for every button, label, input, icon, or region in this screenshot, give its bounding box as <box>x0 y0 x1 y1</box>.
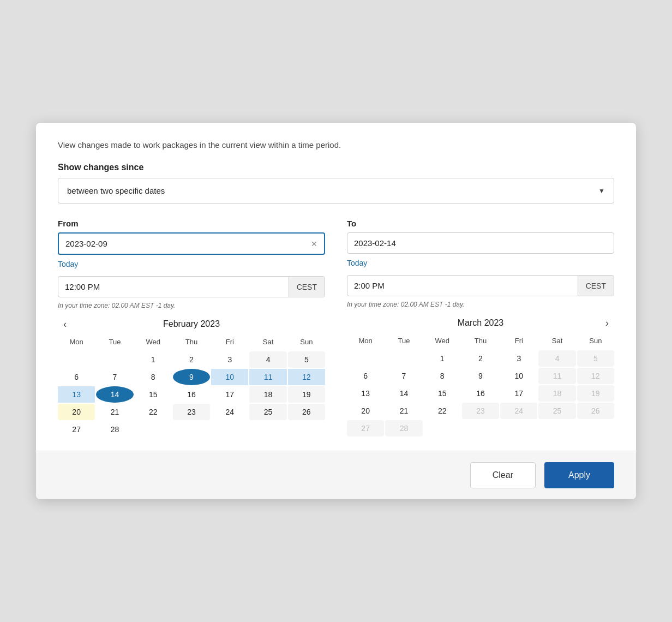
from-cal-grid: Mon Tue Wed Thu Fri Sat Sun 1 2 3 4 <box>58 336 325 438</box>
cal-day-2[interactable]: 2 <box>173 351 210 368</box>
to-date-input-wrap[interactable] <box>347 232 614 254</box>
cal-day-17[interactable]: 17 <box>211 386 248 403</box>
to-today-link[interactable]: Today <box>347 259 367 267</box>
cal-empty <box>347 350 384 367</box>
cal-header-sun: Sun <box>577 334 614 349</box>
from-time-input[interactable] <box>58 277 289 297</box>
to-column: To Today CEST In your time zone: 02.00 A… <box>347 219 614 438</box>
cal-header-thu: Thu <box>173 336 210 350</box>
cal-empty <box>500 420 537 436</box>
cal-day-8[interactable]: 8 <box>424 368 461 384</box>
cal-day-9[interactable]: 9 <box>462 368 499 384</box>
cal-day-28: 28 <box>385 420 422 436</box>
to-timezone-badge: CEST <box>578 276 614 296</box>
to-month-year: March 2023 <box>458 318 504 328</box>
cal-day-8[interactable]: 8 <box>135 369 172 385</box>
apply-button[interactable]: Apply <box>544 462 614 488</box>
from-clear-icon[interactable]: ✕ <box>311 240 317 248</box>
period-dropdown[interactable]: between two specific dates ▼ <box>58 178 614 204</box>
cal-day-20[interactable]: 20 <box>347 403 384 419</box>
cal-day-17[interactable]: 17 <box>500 385 537 402</box>
cal-empty <box>538 420 575 436</box>
from-date-input-wrap[interactable]: ✕ <box>58 232 325 255</box>
cal-empty <box>577 420 614 436</box>
cal-day-13[interactable]: 13 <box>58 386 95 403</box>
cal-day-9[interactable]: 9 <box>173 369 210 385</box>
cal-day-23[interactable]: 23 <box>173 404 210 420</box>
cal-day-18[interactable]: 18 <box>249 386 286 403</box>
cal-day-11[interactable]: 11 <box>249 369 286 385</box>
cal-day-7[interactable]: 7 <box>385 368 422 384</box>
cal-day-3[interactable]: 3 <box>211 351 248 368</box>
cal-day-10[interactable]: 10 <box>500 368 537 384</box>
cal-day-4[interactable]: 4 <box>249 351 286 368</box>
cal-day-14[interactable]: 14 <box>385 385 422 402</box>
to-cal-grid: Mon Tue Wed Thu Fri Sat Sun 1 2 3 4 <box>347 334 614 436</box>
cal-day-1[interactable]: 1 <box>135 351 172 368</box>
to-time-input[interactable] <box>347 276 578 296</box>
cal-day-2[interactable]: 2 <box>462 350 499 367</box>
cal-day-23: 23 <box>462 403 499 419</box>
cal-day-26: 26 <box>577 403 614 419</box>
cal-day-20[interactable]: 20 <box>58 404 95 420</box>
cal-empty <box>462 420 499 436</box>
prev-month-button[interactable]: ‹ <box>58 318 72 331</box>
cal-day-7[interactable]: 7 <box>96 369 133 385</box>
cal-empty <box>135 421 172 438</box>
cal-day-25[interactable]: 25 <box>249 404 286 420</box>
cal-header-mon: Mon <box>347 334 384 349</box>
to-calendar: March 2023 › Mon Tue Wed Thu Fri Sat Sun <box>347 318 614 436</box>
clear-button[interactable]: Clear <box>470 462 536 488</box>
from-today-link[interactable]: Today <box>58 260 78 268</box>
cal-day-21[interactable]: 21 <box>385 403 422 419</box>
cal-empty <box>58 351 95 368</box>
cal-day-19[interactable]: 19 <box>288 386 325 403</box>
cal-header-sat: Sat <box>538 334 575 349</box>
cal-day-15[interactable]: 15 <box>135 386 172 403</box>
cal-day-16[interactable]: 16 <box>173 386 210 403</box>
to-date-input[interactable] <box>354 238 607 248</box>
cal-empty <box>211 421 248 438</box>
cal-day-1[interactable]: 1 <box>424 350 461 367</box>
cal-day-22[interactable]: 22 <box>424 403 461 419</box>
cal-header-thu: Thu <box>462 334 499 349</box>
cal-day-27[interactable]: 27 <box>58 421 95 438</box>
from-date-input[interactable] <box>65 239 311 248</box>
cal-day-14[interactable]: 14 <box>96 386 133 403</box>
cal-day-6[interactable]: 6 <box>58 369 95 385</box>
cal-day-26[interactable]: 26 <box>288 404 325 420</box>
to-timezone-note: In your time zone: 02.00 AM EST -1 day. <box>347 301 614 308</box>
cal-day-13[interactable]: 13 <box>347 385 384 402</box>
cal-empty <box>249 421 286 438</box>
cal-day-16[interactable]: 16 <box>462 385 499 402</box>
dropdown-value: between two specific dates <box>67 186 165 195</box>
cal-day-3[interactable]: 3 <box>500 350 537 367</box>
cal-empty <box>173 421 210 438</box>
from-calendar: ‹ February 2023 Mon Tue Wed Thu Fri Sat … <box>58 319 325 438</box>
cal-header-wed: Wed <box>135 336 172 350</box>
dialog-footer: Clear Apply <box>36 451 636 499</box>
cal-header-fri: Fri <box>211 336 248 350</box>
cal-day-5[interactable]: 5 <box>288 351 325 368</box>
cal-day-12: 12 <box>577 368 614 384</box>
cal-header-sat: Sat <box>249 336 286 350</box>
cal-day-28[interactable]: 28 <box>96 421 133 438</box>
from-timezone-badge: CEST <box>289 277 325 297</box>
date-pickers-container: From ✕ Today CEST In your time zone: 02.… <box>58 219 614 438</box>
cal-day-22[interactable]: 22 <box>135 404 172 420</box>
from-label: From <box>58 219 325 228</box>
from-month-year: February 2023 <box>163 319 220 329</box>
cal-day-10[interactable]: 10 <box>211 369 248 385</box>
cal-day-4: 4 <box>538 350 575 367</box>
to-cal-header: March 2023 › <box>347 318 614 328</box>
cal-day-6[interactable]: 6 <box>347 368 384 384</box>
cal-day-24[interactable]: 24 <box>211 404 248 420</box>
cal-day-21[interactable]: 21 <box>96 404 133 420</box>
cal-empty <box>288 421 325 438</box>
dialog-body: View changes made to work packages in th… <box>36 123 636 451</box>
next-month-button[interactable]: › <box>600 316 614 330</box>
to-time-wrap: CEST <box>347 275 614 296</box>
cal-day-15[interactable]: 15 <box>424 385 461 402</box>
cal-day-12[interactable]: 12 <box>288 369 325 385</box>
cal-header-tue: Tue <box>385 334 422 349</box>
